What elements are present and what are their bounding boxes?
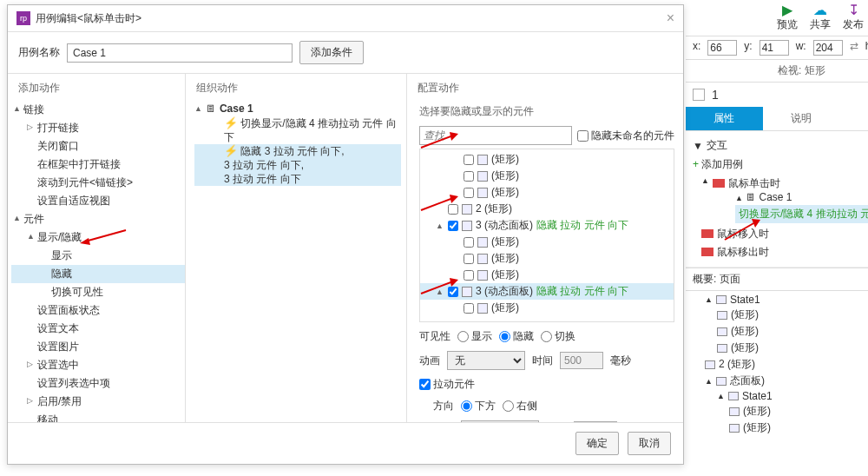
tree-set-list[interactable]: 设置列表选中项 [11, 374, 185, 393]
event-icon [701, 248, 713, 256]
tree-adaptive[interactable]: 设置自适应视图 [11, 192, 185, 210]
widget-list-item[interactable]: (矩形) [420, 250, 674, 267]
share-button[interactable]: ☁共享 [808, 3, 832, 32]
outline-item[interactable]: (矩形) [693, 323, 868, 340]
select-widgets-label: 选择要隐藏或显示的元件 [419, 101, 674, 122]
tree-links[interactable]: ▲链接 [11, 101, 185, 119]
outline-item[interactable]: (矩形) [693, 307, 868, 323]
widget-list-item[interactable]: (矩形) [420, 234, 674, 250]
annotation-arrow [417, 130, 460, 151]
tree-hide[interactable]: 隐藏 [11, 265, 185, 283]
event-mouseout[interactable]: 鼠标移出时 [693, 243, 868, 261]
svg-line-4 [421, 198, 453, 210]
interact-header[interactable]: ▼ 交互 [693, 136, 868, 155]
outline-item[interactable]: (矩形) [693, 420, 868, 436]
org-case[interactable]: ▲🗏Case 1 [194, 101, 401, 116]
svg-marker-3 [450, 132, 458, 141]
outline-item[interactable]: ▲ 态面板) [693, 373, 868, 389]
annotation-arrow [417, 276, 460, 297]
org-action-1[interactable]: ⚡ 切换显示/隐藏 4 推动拉动 元件 向下 [194, 116, 401, 144]
outline-item[interactable]: ▲ State1 [693, 389, 868, 403]
tree-set-text[interactable]: 设置文本 [11, 320, 185, 338]
radio-right[interactable]: 右侧 [503, 399, 537, 413]
svg-line-0 [85, 230, 126, 241]
add-condition-button[interactable]: 添加条件 [299, 41, 364, 64]
ok-button[interactable]: 确定 [575, 432, 619, 455]
tree-set-image[interactable]: 设置图片 [11, 338, 185, 356]
time-label: 时间 [532, 354, 553, 368]
annotation-arrow [417, 193, 460, 214]
inspector-title: 检视: 矩形 [686, 60, 868, 83]
outline-header: 概要: 页面▾⇅ [686, 268, 868, 291]
tree-scroll[interactable]: 滚动到元件<锚链接> [11, 174, 185, 192]
radio-down[interactable]: 下方 [461, 399, 496, 413]
tab-properties[interactable]: 属性 [686, 107, 763, 130]
pull-checkbox[interactable]: 拉动元件 [419, 377, 475, 392]
svg-line-8 [725, 222, 755, 240]
widget-list-item[interactable]: (矩形) [420, 300, 674, 316]
y-input[interactable] [760, 40, 789, 56]
shape-icon [693, 89, 705, 101]
event-click[interactable]: ▲鼠标单击时 ▲ 🗏 Case 1 切换显示/隐藏 4 推动拉动 元件 向下 [693, 175, 868, 225]
widget-list-item[interactable]: ▲3 (动态面板) 隐藏 拉动 元件 向下 [420, 217, 674, 234]
tree-panel-state[interactable]: 设置面板状态 [11, 301, 185, 320]
tree-enable[interactable]: ▷启用/禁用 [11, 393, 185, 411]
tab-notes[interactable]: 说明 [763, 107, 840, 130]
bolt-icon: ⚡ [224, 144, 238, 157]
app-icon: rp [16, 11, 30, 25]
radio-show[interactable]: 显示 [457, 329, 492, 344]
tab-style[interactable]: 样式 [840, 107, 868, 130]
anim-label: 动画 [419, 354, 440, 368]
radio-hide[interactable]: 隐藏 [499, 329, 534, 344]
inspector-tabs: 属性 说明 样式 [686, 107, 868, 131]
svg-line-6 [421, 281, 453, 294]
tree-close-window[interactable]: 关闭窗口 [11, 137, 185, 155]
outline-tree: ▲ State1(矩形)(矩形)(矩形)2 (矩形)▲ 态面板)▲ State1… [686, 291, 868, 438]
add-case-link[interactable]: + 添加用例 [693, 155, 868, 175]
tree-open-in-frame[interactable]: 在框架中打开链接 [11, 155, 185, 174]
anim-select[interactable]: 无 [447, 351, 525, 370]
tree-open-link[interactable]: ▷打开链接 [11, 119, 185, 137]
widget-list-item[interactable]: (矩形) [420, 168, 674, 184]
widget-list-item[interactable]: (矩形) [420, 151, 674, 168]
outline-item[interactable]: ▲ State1 [693, 293, 868, 307]
outline-item[interactable]: (矩形) [693, 340, 868, 356]
annotation-arrow [720, 217, 764, 243]
top-toolbar: ▶预览 ☁共享 ↧发布 ▲ 登录 [686, 0, 868, 36]
col-configure: 配置动作 [411, 81, 683, 101]
widget-name[interactable]: 1 [712, 88, 719, 102]
close-icon[interactable]: × [667, 10, 674, 26]
tree-move[interactable]: 移动 [11, 411, 185, 422]
svg-marker-1 [80, 238, 90, 245]
outline-item[interactable]: (矩形) [693, 403, 868, 420]
event-icon [713, 179, 725, 188]
dir-label: 方向 [433, 399, 454, 413]
svg-line-2 [421, 136, 453, 148]
case-icon: 🗏 [206, 102, 216, 115]
annotation-arrow [78, 226, 130, 247]
x-input[interactable] [707, 40, 737, 56]
time-input[interactable] [560, 352, 603, 369]
col-organize: 组织动作 [189, 81, 406, 101]
org-action-2[interactable]: ⚡ 隐藏 3 拉动 元件 向下,3 拉动 元件 向下,3 拉动 元件 向下 [194, 144, 401, 186]
col-add-action: 添加动作 [11, 81, 185, 101]
svg-marker-5 [450, 195, 458, 203]
preview-button[interactable]: ▶预览 [775, 3, 799, 32]
cancel-button[interactable]: 取消 [628, 432, 671, 455]
w-input[interactable] [813, 40, 843, 56]
dialog-title: 用例编辑<鼠标单击时> [36, 11, 141, 26]
tree-show[interactable]: 显示 [11, 247, 185, 265]
event-icon [701, 229, 713, 238]
bolt-icon: ⚡ [224, 116, 238, 129]
outline-item[interactable]: 2 (矩形) [693, 356, 868, 373]
coord-bar: x: y: w: ⇄ h: [686, 36, 868, 60]
tree-toggle-vis[interactable]: 切换可见性 [11, 283, 185, 301]
case-name-input[interactable] [67, 43, 293, 63]
event-mousein[interactable]: 鼠标移入时 [693, 225, 868, 243]
hide-unnamed-checkbox[interactable]: 隐藏未命名的元件 [577, 129, 674, 143]
svg-marker-7 [450, 278, 458, 287]
tree-set-selected[interactable]: ▷设置选中 [11, 356, 185, 374]
radio-toggle[interactable]: 切换 [541, 329, 575, 344]
visibility-label: 可见性 [419, 329, 450, 344]
publish-button[interactable]: ↧发布 [841, 3, 865, 32]
